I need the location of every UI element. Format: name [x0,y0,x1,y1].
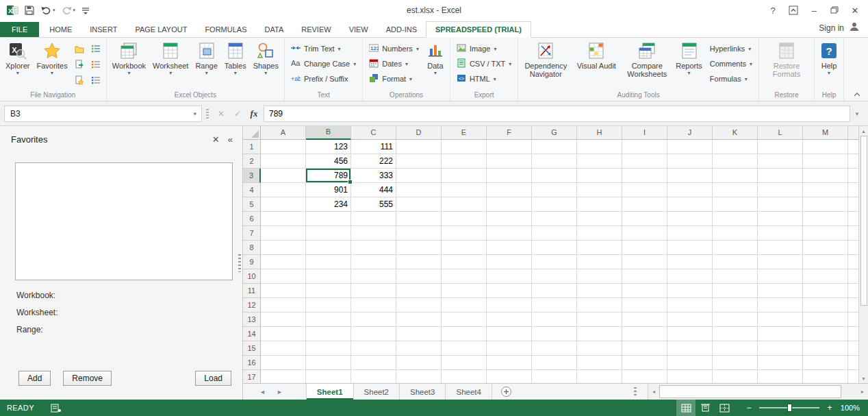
cell-G4[interactable] [532,183,577,197]
cell-G17[interactable] [532,370,577,383]
cell-A3[interactable] [261,169,306,183]
ribbon-display-options-button[interactable] [783,2,804,19]
cell-I3[interactable] [622,169,667,183]
cell-G16[interactable] [532,356,577,370]
close-button[interactable]: ✕ [845,2,865,19]
visual-audit-button[interactable]: Visual Audit [571,39,622,90]
cell-E4[interactable] [442,183,487,197]
cell-E7[interactable] [442,226,487,241]
cell-B9[interactable] [306,255,351,269]
dependency-navigator-button[interactable]: Dependency Navigator [520,39,571,90]
ribbon-tab-view[interactable]: VIEW [340,22,377,37]
trim-text-button[interactable]: Trim Text ▾ [287,41,360,56]
cell-G10[interactable] [532,269,577,284]
cell-I7[interactable] [622,226,667,241]
cell-C2[interactable]: 222 [351,154,396,169]
cell-M14[interactable] [803,327,848,341]
vertical-scroll-thumb[interactable] [860,136,867,306]
cell-F6[interactable] [487,212,532,226]
cell-F13[interactable] [487,313,532,327]
cell-F3[interactable] [487,169,532,183]
cell-I6[interactable] [622,212,667,226]
cell-E14[interactable] [442,327,487,341]
cell-C17[interactable] [351,370,396,383]
compare-worksheets-button[interactable]: Compare Worksheets [622,39,672,90]
change-case-button[interactable]: Aa Change Case ▾ [287,56,360,71]
row-header-16[interactable]: 16 [243,356,261,370]
cell-C14[interactable] [351,327,396,341]
cell-L7[interactable] [758,226,803,241]
cell-F11[interactable] [487,284,532,298]
cell-A17[interactable] [261,370,306,383]
export-html-button[interactable]: <> HTML ▾ [452,71,515,86]
cell-G1[interactable] [532,140,577,154]
cell-A12[interactable] [261,298,306,313]
name-box[interactable]: B3 ▾ [4,106,202,122]
cell-J8[interactable] [667,241,713,255]
close-panel-icon[interactable]: ✕ [212,134,220,145]
cell-B11[interactable] [306,284,351,298]
cell-K13[interactable] [713,313,758,327]
go-to-workbook-button[interactable] [73,58,86,71]
ribbon-tab-file[interactable]: FILE [0,22,39,37]
cell-M4[interactable] [803,183,848,197]
cell-D11[interactable] [396,284,442,298]
cell-H6[interactable] [577,212,622,226]
cell-B1[interactable]: 123 [306,140,351,154]
add-favorite-button[interactable]: Add [18,371,51,386]
save-button[interactable] [22,2,37,19]
cell-L1[interactable] [758,140,803,154]
cell-B14[interactable] [306,327,351,341]
xplorer-button[interactable]: X Xplorer ▾ [2,39,33,90]
help-window-button[interactable]: ? [763,2,783,19]
cell-D17[interactable] [396,370,442,383]
row-header-10[interactable]: 10 [243,269,261,284]
cell-A4[interactable] [261,183,306,197]
zoom-out-button[interactable]: − [745,403,753,413]
cell-I4[interactable] [622,183,667,197]
cell-B16[interactable] [306,356,351,370]
cell-J1[interactable] [667,140,713,154]
name-box-dropdown-icon[interactable]: ▾ [190,110,200,117]
page-layout-view-button[interactable] [695,400,715,416]
cell-L17[interactable] [758,370,803,383]
cell-I15[interactable] [622,341,667,356]
cell-F5[interactable] [487,197,532,212]
cell-H1[interactable] [577,140,622,154]
cell-K5[interactable] [713,197,758,212]
cell-M10[interactable] [803,269,848,284]
cell-K12[interactable] [713,298,758,313]
cell-A6[interactable] [261,212,306,226]
new-sheet-button[interactable] [500,384,512,400]
cell-L11[interactable] [758,284,803,298]
cell-H8[interactable] [577,241,622,255]
cell-A7[interactable] [261,226,306,241]
zoom-in-button[interactable]: + [826,403,834,413]
cell-K2[interactable] [713,154,758,169]
cell-M7[interactable] [803,226,848,241]
column-header-E[interactable]: E [442,126,487,140]
cell-G2[interactable] [532,154,577,169]
cell-I11[interactable] [622,284,667,298]
column-header-G[interactable]: G [532,126,577,140]
cell-J12[interactable] [667,298,713,313]
cell-D12[interactable] [396,298,442,313]
cell-I10[interactable] [622,269,667,284]
cell-L8[interactable] [758,241,803,255]
remove-favorite-button[interactable]: Remove [63,371,112,386]
cell-K9[interactable] [713,255,758,269]
cell-E15[interactable] [442,341,487,356]
cell-I17[interactable] [622,370,667,383]
cell-L9[interactable] [758,255,803,269]
prefix-suffix-button[interactable]: +ab Prefix / Suffix [287,71,360,86]
load-favorite-button[interactable]: Load [195,371,231,386]
sheet-tab-sheet1[interactable]: Sheet1 [306,384,354,400]
cell-H14[interactable] [577,327,622,341]
cell-L15[interactable] [758,341,803,356]
cell-B12[interactable] [306,298,351,313]
export-image-button[interactable]: Image ▾ [452,41,515,56]
cell-F1[interactable] [487,140,532,154]
cell-A11[interactable] [261,284,306,298]
tables-button[interactable]: Tables ▾ [221,39,250,90]
cell-K1[interactable] [713,140,758,154]
